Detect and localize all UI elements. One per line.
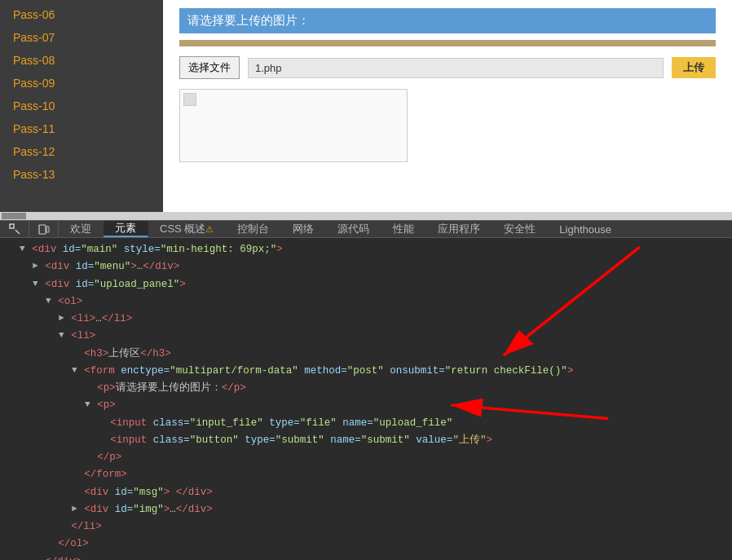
device-toggle-icon[interactable] bbox=[29, 221, 59, 237]
code-line: <h3>上传区</h3> bbox=[7, 346, 725, 363]
sidebar-item-pass09[interactable]: Pass-09 bbox=[0, 72, 163, 95]
choose-file-button[interactable]: 选择文件 bbox=[179, 56, 240, 79]
tab-welcome[interactable]: 欢迎 bbox=[59, 221, 104, 237]
upload-label-text: 请选择要上传的图片： bbox=[187, 13, 310, 27]
preview-area: Pass-06 Pass-07 Pass-08 Pass-09 Pass-10 … bbox=[0, 0, 732, 212]
horizontal-scrollbar[interactable] bbox=[0, 212, 732, 220]
code-line: </div> bbox=[7, 553, 725, 561]
tab-console[interactable]: 控制台 bbox=[226, 221, 281, 237]
code-line: </p> bbox=[7, 449, 725, 466]
code-line: ► <li>…</li> bbox=[7, 311, 725, 328]
sidebar-item-pass12[interactable]: Pass-12 bbox=[0, 140, 163, 163]
sidebar-item-pass06[interactable]: Pass-06 bbox=[0, 3, 163, 26]
code-line: ▼ <p> bbox=[7, 397, 725, 414]
tab-application[interactable]: 应用程序 bbox=[426, 221, 492, 237]
code-line: </ol> bbox=[7, 536, 725, 553]
upload-button[interactable]: 上传 bbox=[672, 57, 716, 78]
upload-label: 请选择要上传的图片： bbox=[179, 8, 716, 33]
code-line: ▼ <div id="main" style="min-height: 69px… bbox=[7, 241, 725, 258]
svg-rect-0 bbox=[10, 224, 14, 228]
image-placeholder bbox=[179, 89, 408, 162]
broken-image-icon bbox=[183, 93, 196, 106]
tab-security[interactable]: 安全性 bbox=[492, 221, 548, 237]
upload-bar bbox=[179, 40, 716, 46]
svg-rect-2 bbox=[46, 227, 49, 232]
page-preview: 请选择要上传的图片： 选择文件 1.php 上传 bbox=[163, 0, 732, 212]
file-input-row: 选择文件 1.php 上传 bbox=[179, 56, 716, 79]
code-line: <div id="msg"> </div> bbox=[7, 484, 725, 501]
tab-css-overview[interactable]: CSS 概述 bbox=[148, 221, 226, 237]
sidebar-item-pass07[interactable]: Pass-07 bbox=[0, 26, 163, 49]
devtools-panel: 欢迎 元素 CSS 概述 控制台 网络 源代码 性能 应用程序 安全性 Ligh… bbox=[0, 220, 732, 539]
sidebar: Pass-06 Pass-07 Pass-08 Pass-09 Pass-10 … bbox=[0, 0, 163, 212]
code-line: </form> bbox=[7, 466, 725, 483]
code-line-input-file: <input class="input_file" type="file" na… bbox=[7, 415, 725, 432]
tab-performance[interactable]: 性能 bbox=[381, 221, 426, 237]
tab-sources[interactable]: 源代码 bbox=[326, 221, 381, 237]
code-line: ▼ <div id="upload_panel"> bbox=[7, 276, 725, 293]
sidebar-item-pass11[interactable]: Pass-11 bbox=[0, 117, 163, 140]
code-line: ▼ <li> bbox=[7, 328, 725, 345]
scroll-thumb[interactable] bbox=[2, 213, 26, 219]
tab-lighthouse[interactable]: Lighthouse bbox=[548, 221, 624, 237]
tab-network[interactable]: 网络 bbox=[281, 221, 326, 237]
tab-elements[interactable]: 元素 bbox=[104, 221, 148, 237]
code-line: ▼ <ol> bbox=[7, 293, 725, 311]
svg-rect-1 bbox=[39, 225, 46, 234]
sidebar-item-pass10[interactable]: Pass-10 bbox=[0, 95, 163, 117]
file-name-display: 1.php bbox=[248, 58, 664, 78]
sidebar-item-pass13[interactable]: Pass-13 bbox=[0, 163, 163, 186]
code-line-form: ▼ <form enctype="multipart/form-data" me… bbox=[7, 363, 725, 380]
code-panel[interactable]: ▼ <div id="main" style="min-height: 69px… bbox=[0, 238, 732, 560]
devtools-tabs: 欢迎 元素 CSS 概述 控制台 网络 源代码 性能 应用程序 安全性 Ligh… bbox=[0, 220, 732, 238]
code-line: ► <div id="menu">…</div> bbox=[7, 258, 725, 276]
sidebar-item-pass08[interactable]: Pass-08 bbox=[0, 49, 163, 72]
inspect-element-icon[interactable] bbox=[0, 221, 29, 237]
code-line-input-submit: <input class="button" type="submit" name… bbox=[7, 432, 725, 449]
code-line: <p>请选择要上传的图片：</p> bbox=[7, 380, 725, 397]
code-line: ► <div id="img">…</div> bbox=[7, 501, 725, 518]
code-line: </li> bbox=[7, 518, 725, 536]
